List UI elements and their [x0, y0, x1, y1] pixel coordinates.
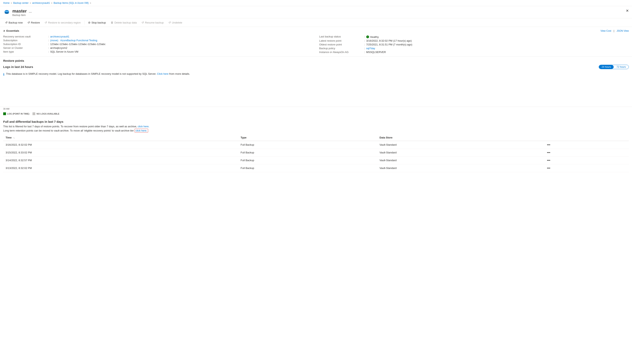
json-view-link[interactable]: JSON View: [617, 30, 629, 32]
row-more-button-2[interactable]: •••: [545, 158, 552, 162]
essentials-row-subscription: Subscription : (move) AzureBackup Functi…: [3, 38, 313, 42]
essentials-title-label: Essentials: [7, 29, 19, 32]
essentials-value-latest-restore: 3/16/2022, 8:32:02 PM (17 hour(s) ago): [366, 39, 412, 42]
essentials-label-server: Server or Cluster: [3, 46, 47, 50]
essentials-value-subscription: (move) AzureBackup Functional Testing: [50, 39, 97, 42]
essentials-label-backup-policy: Backup policy: [319, 47, 363, 50]
stop-backup-label: Stop backup: [92, 21, 106, 24]
essentials-label-sub-id: Subscription ID: [3, 43, 47, 46]
essentials-links: View Cost | JSON View: [600, 30, 629, 32]
timeline-item-log: LOG (POINT IN TIME): [3, 112, 29, 115]
cell-more-0[interactable]: •••: [543, 141, 629, 149]
essentials-value-vault: archiveccyvault1: [50, 35, 69, 38]
essentials-value-server: archsqlccyvm2: [50, 46, 67, 50]
time-toggle-24h[interactable]: 24 hours: [599, 65, 614, 69]
restore-secondary-icon: ↺: [45, 21, 47, 24]
svg-point-4: [5, 12, 9, 14]
toolbar: ↺ Backup now ↺ Restore ↺ Restore to seco…: [0, 18, 632, 27]
breadcrumb-backup-center[interactable]: Backup center: [13, 2, 29, 4]
full-backup-desc1: This list is filtered for last 7 days of…: [3, 125, 629, 128]
cell-type-1: Full Backup: [238, 149, 377, 156]
view-cost-link[interactable]: View Cost: [600, 30, 611, 32]
essentials-header: ∧ Essentials View Cost | JSON View: [3, 29, 629, 32]
resume-backup-label: Resume backup: [145, 21, 164, 24]
timeline-time-label: 30 AM: [3, 107, 629, 111]
cell-more-1[interactable]: •••: [543, 149, 629, 156]
essentials-value-oldest-restore: 7/25/2021, 8:31:51 PM (7 month(s) ago): [366, 43, 412, 46]
resume-backup-icon: ↺: [142, 21, 144, 24]
info-text: This database is in SIMPLE recovery mode…: [6, 72, 190, 75]
restore-button[interactable]: ↺ Restore: [26, 20, 42, 25]
cell-datastore-1: Vault-Standard: [377, 149, 543, 156]
backup-now-label: Backup now: [9, 21, 23, 24]
undelete-button[interactable]: ↺ Undelete: [167, 20, 184, 25]
delete-backup-icon: 🗑: [111, 21, 114, 24]
delete-backup-button[interactable]: 🗑 Delete backup data: [109, 20, 139, 25]
backup-policy-link[interactable]: sql7day: [366, 47, 375, 50]
essentials-chevron[interactable]: ∧: [3, 29, 5, 32]
table-row: 3/14/2022, 8:32:57 PM Full Backup Vault-…: [3, 156, 629, 164]
time-toggle-72h[interactable]: 72 hours: [614, 65, 628, 69]
cell-time-2: 3/14/2022, 8:32:57 PM: [3, 156, 238, 164]
restore-secondary-button[interactable]: ↺ Restore to secondary region: [43, 20, 83, 25]
breadcrumb-backup-items[interactable]: Backup Items (SQL in Azure VM): [54, 2, 89, 4]
col-time: Time ↑↓: [3, 134, 238, 141]
essentials-row-vault: Recovery services vault : archiveccyvaul…: [3, 35, 313, 38]
close-button[interactable]: ✕: [626, 8, 629, 13]
table-row: 3/15/2022, 8:33:02 PM Full Backup Vault-…: [3, 149, 629, 156]
backup-now-icon: ↺: [5, 21, 8, 24]
essentials-value-backup-status: Healthy: [366, 36, 379, 38]
cell-more-2[interactable]: •••: [543, 156, 629, 164]
essentials-row-instance: Instance or AlwaysOn AG : MSSQLSERVER: [319, 50, 629, 54]
breadcrumb-sep-1: >: [11, 2, 12, 4]
essentials-row-sub-id: Subscription ID : 123abc-123abc-123abc-1…: [3, 42, 313, 46]
col-data-store: Data Store: [377, 134, 543, 141]
row-more-button-0[interactable]: •••: [545, 143, 552, 147]
page-header: master Backup Item ... ✕: [0, 6, 632, 18]
logs-header: Logs in last 24 hours 24 hours 72 hours: [0, 63, 632, 71]
row-more-button-3[interactable]: •••: [545, 166, 552, 170]
cell-datastore-3: Vault-Standard: [377, 164, 543, 172]
full-backup-title: Full and differential backups in last 7 …: [3, 120, 629, 123]
info-click-here-link[interactable]: Click here: [157, 72, 169, 75]
row-more-button-1[interactable]: •••: [545, 150, 552, 155]
essentials-row-server: Server or Cluster : archsqlccyvm2: [3, 46, 313, 50]
cell-type-2: Full Backup: [238, 156, 377, 164]
info-icon: ℹ: [3, 72, 5, 76]
resume-backup-button[interactable]: ↺ Resume backup: [140, 20, 166, 25]
cell-datastore-0: Vault-Standard: [377, 141, 543, 149]
timeline-spacer: [0, 79, 632, 95]
undelete-label: Undelete: [172, 21, 182, 24]
time-toggle: 24 hours 72 hours: [599, 65, 629, 69]
backup-now-button[interactable]: ↺ Backup now: [3, 20, 25, 25]
essentials-grid: Recovery services vault : archiveccyvaul…: [3, 35, 629, 54]
breadcrumb-vault[interactable]: archiveccyvault1: [32, 2, 50, 4]
full-backup-click-here-highlighted[interactable]: click here.: [135, 129, 148, 132]
full-backup-desc2: Long term retention points can be moved …: [3, 129, 629, 132]
col-type: Type: [238, 134, 377, 141]
page-subtitle: Backup Item: [12, 14, 27, 16]
breadcrumb-sep-4: >: [90, 2, 91, 4]
breadcrumb-home[interactable]: Home: [3, 2, 10, 4]
timeline-no-logs-color: [33, 112, 35, 115]
subscription-move-link[interactable]: (move): [50, 39, 58, 42]
table-row: 3/16/2022, 8:32:02 PM Full Backup Vault-…: [3, 141, 629, 149]
cell-more-3[interactable]: •••: [543, 164, 629, 172]
header-more-button[interactable]: ...: [29, 8, 32, 14]
essentials-label-item-type: Item type: [3, 50, 47, 53]
essentials-row-item-type: Item type : SQL Server in Azure VM: [3, 50, 313, 54]
essentials-label-backup-status: Last backup status: [319, 35, 363, 38]
logs-title: Logs in last 24 hours: [3, 65, 33, 68]
essentials-link-sep: |: [614, 30, 614, 32]
timeline-log-color: [3, 112, 6, 115]
vault-link[interactable]: archiveccyvault1: [50, 35, 69, 38]
stop-backup-button[interactable]: ⊘ Stop backup: [86, 20, 108, 25]
time-sort-icon[interactable]: ↑↓: [13, 137, 15, 139]
backup-table: Time ↑↓ Type Data Store 3/16/2022, 8:32:…: [3, 134, 629, 172]
essentials-row-latest-restore: Latest restore point : 3/16/2022, 8:32:0…: [319, 39, 629, 43]
full-backup-click-here-link[interactable]: click here.: [138, 125, 150, 128]
cell-time-3: 3/13/2022, 8:32:02 PM: [3, 164, 238, 172]
essentials-value-sub-id: 123abc-123abc-123abc-123abc-123abc-123ab…: [50, 43, 106, 46]
restore-points-title: Restore points: [3, 59, 24, 62]
subscription-link[interactable]: AzureBackup Functional Testing: [60, 39, 97, 42]
